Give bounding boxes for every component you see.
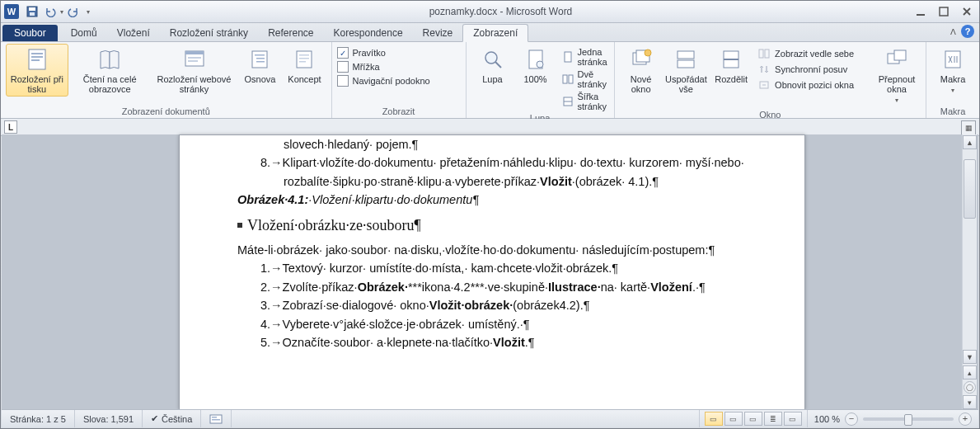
prev-page-button[interactable]: ▴ bbox=[963, 365, 977, 380]
outline-icon bbox=[246, 46, 273, 73]
sync-scroll-icon bbox=[757, 63, 771, 76]
sync-scroll-button[interactable]: Synchronní posuv bbox=[757, 63, 873, 76]
full-screen-reading-button[interactable]: Čtení na celé obrazovce bbox=[70, 44, 150, 97]
tab-references[interactable]: Reference bbox=[258, 25, 323, 41]
svg-rect-15 bbox=[256, 58, 265, 59]
svg-rect-12 bbox=[188, 60, 198, 62]
status-page[interactable]: Stránka: 1 z 5 bbox=[2, 410, 75, 427]
web-layout-button[interactable]: Rozložení webové stránky bbox=[152, 44, 237, 97]
svg-rect-41 bbox=[945, 51, 960, 68]
tab-review[interactable]: Revize bbox=[413, 25, 463, 41]
svg-rect-44 bbox=[212, 419, 220, 421]
scroll-track[interactable] bbox=[964, 151, 976, 348]
nav-pane-checkbox[interactable]: Navigační podokno bbox=[337, 75, 461, 87]
svg-rect-20 bbox=[299, 61, 306, 63]
zoom-slider-thumb[interactable] bbox=[904, 414, 912, 426]
vertical-scrollbar[interactable]: ▲ ▼ ▴ ◯ ▾ bbox=[962, 134, 977, 410]
tab-home[interactable]: Domů bbox=[61, 25, 107, 41]
status-bar: Stránka: 1 z 5 Slova: 1,591 ✔Čeština ▭ ▭… bbox=[2, 409, 978, 427]
side-by-side-button[interactable]: Zobrazit vedle sebe bbox=[757, 47, 873, 60]
svg-point-21 bbox=[485, 52, 497, 64]
outline-button[interactable]: Osnova bbox=[238, 44, 281, 97]
scroll-up-button[interactable]: ▲ bbox=[963, 135, 977, 149]
zoom-100-button[interactable]: 100% bbox=[514, 44, 557, 111]
redo-button[interactable] bbox=[65, 3, 82, 20]
svg-rect-3 bbox=[917, 14, 925, 16]
proofing-icon: ✔ bbox=[151, 413, 158, 424]
maximize-button[interactable] bbox=[935, 4, 953, 19]
quick-access-toolbar: W ▾ ▾ bbox=[4, 3, 90, 20]
tab-selector[interactable]: L bbox=[4, 120, 17, 134]
title-bar: W ▾ ▾ poznamky.docx - Microsoft Word bbox=[1, 1, 979, 23]
one-page-button[interactable]: Jedna stránka bbox=[562, 47, 609, 67]
svg-rect-18 bbox=[299, 54, 309, 56]
page-100-icon bbox=[523, 46, 549, 73]
switch-windows-icon bbox=[884, 46, 910, 73]
close-button[interactable] bbox=[958, 4, 976, 19]
view-full-screen[interactable]: ▭ bbox=[724, 412, 743, 426]
draft-icon bbox=[291, 46, 317, 73]
undo-button[interactable] bbox=[42, 3, 59, 20]
page-width-button[interactable]: Šířka stránky bbox=[562, 92, 609, 111]
ribbon: Rozložení při tisku Čtení na celé obrazo… bbox=[1, 42, 979, 119]
tab-mailings[interactable]: Korespondence bbox=[324, 25, 413, 41]
tab-insert[interactable]: Vložení bbox=[107, 25, 160, 41]
next-page-button[interactable]: ▾ bbox=[963, 395, 977, 409]
group-macros: Makra▾ Makra bbox=[926, 42, 979, 118]
view-print-layout[interactable]: ▭ bbox=[705, 412, 723, 426]
svg-rect-36 bbox=[759, 50, 763, 58]
scroll-down-button[interactable]: ▼ bbox=[963, 350, 977, 364]
tab-view[interactable]: Zobrazení bbox=[462, 24, 528, 42]
zoom-in-button[interactable]: + bbox=[959, 412, 972, 426]
svg-rect-13 bbox=[252, 51, 267, 68]
two-pages-icon bbox=[562, 73, 574, 86]
group-document-views: Rozložení při tisku Čtení na celé obrazo… bbox=[1, 42, 332, 118]
save-button[interactable] bbox=[24, 3, 40, 20]
macros-icon bbox=[940, 46, 966, 73]
ruler-checkbox[interactable]: ✓Pravítko bbox=[337, 47, 461, 59]
svg-rect-11 bbox=[188, 57, 201, 59]
document-area: slovech·hledaný· pojem.¶ 8.→Klipart·vlož… bbox=[2, 134, 978, 410]
view-draft[interactable]: ▭ bbox=[784, 412, 802, 426]
zoom-out-button[interactable]: − bbox=[845, 412, 858, 426]
tab-page-layout[interactable]: Rozložení stránky bbox=[160, 25, 258, 41]
zoom-level[interactable]: 100 % bbox=[814, 414, 840, 424]
view-web[interactable]: ▭ bbox=[744, 412, 762, 426]
book-icon bbox=[96, 46, 123, 73]
group-zoom: Lupa 100% Jedna stránka Dvě stránky Šířk… bbox=[467, 42, 615, 118]
svg-rect-14 bbox=[255, 54, 265, 56]
switch-windows-button[interactable]: Přepnout okna▾ bbox=[873, 44, 921, 108]
ruler-toggle[interactable]: ▦ bbox=[961, 120, 976, 135]
svg-line-22 bbox=[495, 62, 501, 68]
browse-object-button[interactable]: ◯ bbox=[964, 381, 976, 394]
split-button[interactable]: Rozdělit bbox=[710, 44, 753, 108]
view-outline[interactable]: ≣ bbox=[764, 412, 782, 426]
svg-rect-26 bbox=[563, 75, 567, 83]
status-language[interactable]: ✔Čeština bbox=[143, 410, 201, 427]
status-words[interactable]: Slova: 1,591 bbox=[75, 410, 143, 427]
svg-point-31 bbox=[645, 50, 651, 56]
minimize-button[interactable] bbox=[912, 4, 930, 19]
status-track-changes[interactable] bbox=[201, 410, 232, 427]
page[interactable]: slovech·hledaný· pojem.¶ 8.→Klipart·vlož… bbox=[179, 134, 805, 410]
help-button[interactable]: ? bbox=[961, 25, 974, 38]
minimize-ribbon-button[interactable]: ᐱ bbox=[950, 27, 956, 36]
web-layout-icon bbox=[181, 46, 208, 73]
macros-button[interactable]: Makra▾ bbox=[931, 44, 974, 98]
scroll-thumb[interactable] bbox=[964, 159, 976, 219]
zoom-button[interactable]: Lupa bbox=[471, 44, 514, 111]
zoom-slider[interactable] bbox=[863, 417, 954, 421]
group-show: ✓Pravítko Mřížka Navigační podokno Zobra… bbox=[332, 42, 467, 118]
gridlines-checkbox[interactable]: Mřížka bbox=[337, 61, 461, 73]
file-tab[interactable]: Soubor bbox=[2, 25, 58, 41]
arrange-all-button[interactable]: Uspořádat vše bbox=[663, 44, 710, 108]
svg-rect-8 bbox=[31, 59, 40, 61]
reset-pos-icon bbox=[757, 78, 771, 92]
svg-rect-33 bbox=[678, 60, 694, 68]
new-window-button[interactable]: Nové okno bbox=[620, 44, 663, 108]
draft-button[interactable]: Koncept bbox=[283, 44, 326, 97]
print-layout-button[interactable]: Rozložení při tisku bbox=[6, 44, 68, 97]
reset-position-button[interactable]: Obnovit pozici okna bbox=[757, 78, 873, 92]
new-window-icon bbox=[628, 46, 654, 73]
two-pages-button[interactable]: Dvě stránky bbox=[562, 69, 609, 89]
